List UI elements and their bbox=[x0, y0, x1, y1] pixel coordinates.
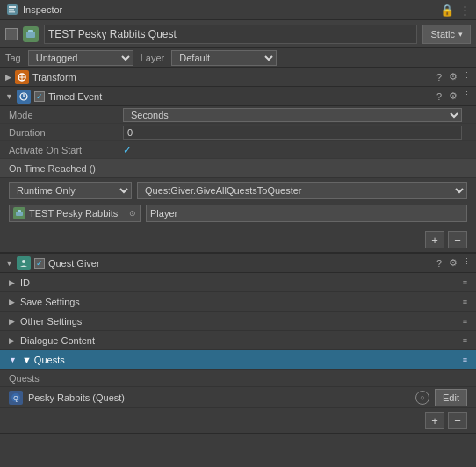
activate-checkmark: ✓ bbox=[123, 144, 132, 156]
quest-giver-icon bbox=[17, 256, 31, 270]
timed-event-body: Mode Seconds Duration Activate On Start … bbox=[0, 106, 476, 254]
tag-layer-row: Tag Untagged Layer Default bbox=[0, 48, 476, 68]
quest-item-name: Pesky Rabbits (Quest) bbox=[28, 392, 410, 403]
title-bar: Inspector 🔒 ⋮ bbox=[0, 0, 476, 20]
quest-giver-help-button[interactable]: ? bbox=[435, 257, 444, 269]
mode-select[interactable]: Seconds bbox=[123, 108, 462, 122]
other-expand-icon: ▶ bbox=[9, 317, 15, 326]
timed-event-name: Timed Event bbox=[48, 91, 435, 102]
activate-value: ✓ bbox=[123, 144, 462, 156]
event-callback-row: Runtime Only QuestGiver.GiveAllQuestsToQ… bbox=[0, 178, 476, 203]
quest-edit-button[interactable]: Edit bbox=[435, 389, 467, 406]
quest-item-circle-btn[interactable]: ○ bbox=[415, 391, 429, 405]
transform-toggle-icon: ▶ bbox=[5, 73, 11, 82]
save-label: Save Settings bbox=[20, 297, 463, 307]
quest-giver-component-header[interactable]: ▼ ✓ Quest Giver ? ⚙ ⋮ bbox=[0, 254, 476, 273]
tag-select[interactable]: Untagged bbox=[28, 50, 133, 66]
quests-remove-button[interactable]: − bbox=[448, 412, 467, 429]
quest-giver-section: ▼ ✓ Quest Giver ? ⚙ ⋮ ▶ ID ≡ ▶ Save Sett… bbox=[0, 254, 476, 434]
svg-rect-5 bbox=[28, 30, 33, 32]
event-object-circle[interactable]: ⊙ bbox=[129, 209, 136, 218]
id-expand-icon: ▶ bbox=[9, 278, 15, 287]
title-bar-actions: 🔒 ⋮ bbox=[440, 4, 471, 17]
object-header: Static ▾ bbox=[0, 20, 476, 48]
event-remove-button[interactable]: − bbox=[448, 231, 467, 248]
event-runtime-select[interactable]: Runtime Only bbox=[9, 182, 132, 199]
layer-label: Layer bbox=[141, 53, 165, 63]
timed-event-component-header[interactable]: ▼ ✓ Timed Event ? ⚙ ⋮ bbox=[0, 87, 476, 106]
static-button[interactable]: Static ▾ bbox=[422, 25, 471, 44]
timed-event-expand-icon: ⋮ bbox=[463, 90, 471, 102]
save-expand-icon: ▶ bbox=[9, 298, 15, 306]
quests-list-label: Quests bbox=[9, 373, 40, 384]
qg-id-section[interactable]: ▶ ID ≡ bbox=[0, 273, 476, 292]
timed-event-checkbox[interactable]: ✓ bbox=[34, 91, 45, 102]
quest-giver-actions: ? ⚙ ⋮ bbox=[435, 257, 471, 269]
svg-line-11 bbox=[24, 97, 25, 97]
timed-event-settings-button[interactable]: ⚙ bbox=[447, 90, 459, 102]
quests-expand-icon: ▼ bbox=[9, 356, 17, 364]
svg-rect-13 bbox=[18, 210, 21, 212]
qg-dialogue-section[interactable]: ▶ Dialogue Content ≡ bbox=[0, 331, 476, 350]
quest-item-icon: Q bbox=[9, 391, 23, 405]
quests-add-remove: + − bbox=[0, 408, 476, 433]
duration-row: Duration bbox=[0, 124, 476, 141]
transform-expand-icon: ⋮ bbox=[463, 71, 471, 83]
timed-event-toggle-icon: ▼ bbox=[5, 92, 13, 101]
mode-value: Seconds bbox=[123, 108, 462, 122]
static-chevron-icon: ▾ bbox=[458, 30, 463, 39]
svg-rect-3 bbox=[9, 11, 15, 13]
timed-event-help-button[interactable]: ? bbox=[435, 90, 444, 102]
qg-other-settings-section[interactable]: ▶ Other Settings ≡ bbox=[0, 312, 476, 331]
quests-arrow-icon: ≡ bbox=[463, 356, 467, 364]
transform-settings-button[interactable]: ⚙ bbox=[447, 71, 459, 83]
activate-row: Activate On Start ✓ bbox=[0, 141, 476, 159]
timed-event-icon bbox=[17, 90, 31, 104]
event-add-button[interactable]: + bbox=[425, 231, 444, 248]
inspector-icon bbox=[5, 3, 19, 17]
quests-add-button[interactable]: + bbox=[425, 412, 444, 429]
event-method-select[interactable]: QuestGiver.GiveAllQuestsToQuester bbox=[137, 182, 467, 199]
quest-giver-toggle-icon: ▼ bbox=[5, 259, 13, 268]
object-active-checkbox[interactable] bbox=[5, 28, 18, 40]
duration-input[interactable] bbox=[123, 126, 462, 140]
duration-label: Duration bbox=[9, 127, 123, 138]
mode-label: Mode bbox=[9, 110, 123, 120]
transform-help-button[interactable]: ? bbox=[435, 71, 444, 83]
dialogue-arrow-icon: ≡ bbox=[463, 336, 467, 345]
lock-icon[interactable]: 🔒 bbox=[440, 4, 454, 17]
timed-event-actions: ? ⚙ ⋮ bbox=[435, 90, 471, 102]
event-player-input[interactable] bbox=[146, 205, 467, 222]
transform-actions: ? ⚙ ⋮ bbox=[435, 71, 471, 83]
event-label: On Time Reached () bbox=[9, 163, 96, 174]
event-obj-icon bbox=[13, 207, 25, 219]
layer-select[interactable]: Default bbox=[171, 50, 277, 66]
quests-label: ▼ Quests bbox=[22, 355, 463, 365]
id-arrow-icon: ≡ bbox=[463, 278, 467, 287]
mode-row: Mode Seconds bbox=[0, 106, 476, 124]
event-header: On Time Reached () bbox=[0, 159, 476, 178]
object-icon bbox=[23, 26, 39, 42]
other-label: Other Settings bbox=[20, 316, 463, 327]
qg-save-settings-section[interactable]: ▶ Save Settings ≡ bbox=[0, 292, 476, 312]
event-add-remove: + − bbox=[0, 227, 476, 253]
quest-giver-expand-icon: ⋮ bbox=[463, 257, 471, 269]
dialogue-label: Dialogue Content bbox=[20, 335, 463, 346]
quests-list-header: Quests bbox=[0, 370, 476, 387]
save-arrow-icon: ≡ bbox=[463, 298, 467, 306]
dialogue-expand-icon: ▶ bbox=[9, 336, 15, 345]
object-name-input[interactable] bbox=[44, 25, 417, 44]
event-object-field[interactable]: TEST Pesky Rabbits ⊙ bbox=[9, 205, 141, 222]
transform-component-header[interactable]: ▶ Transform ? ⚙ ⋮ bbox=[0, 68, 476, 87]
quests-section-header[interactable]: ▼ ▼ Quests ≡ bbox=[0, 350, 476, 370]
quest-giver-settings-button[interactable]: ⚙ bbox=[447, 257, 459, 269]
quest-giver-checkbox[interactable]: ✓ bbox=[34, 258, 45, 269]
quest-giver-name: Quest Giver bbox=[48, 258, 435, 269]
svg-point-14 bbox=[22, 260, 25, 263]
duration-value bbox=[123, 126, 462, 140]
activate-label: Activate On Start bbox=[9, 145, 123, 155]
menu-icon[interactable]: ⋮ bbox=[459, 4, 471, 17]
inspector-title: Inspector bbox=[23, 4, 62, 15]
event-obj-row: TEST Pesky Rabbits ⊙ bbox=[0, 203, 476, 227]
svg-rect-1 bbox=[9, 6, 16, 8]
